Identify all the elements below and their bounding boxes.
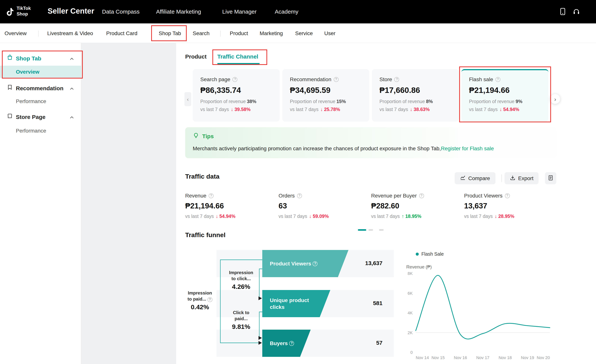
vs-label: vs last 7 days — [279, 214, 307, 219]
proportion-value: 9% — [515, 99, 522, 104]
sidebar-item-label: Shop Tab — [16, 55, 41, 61]
sidebar-item-store-page-performance[interactable]: Performance — [0, 125, 81, 137]
help-icon[interactable] — [208, 297, 212, 302]
traffic-funnel-title: Traffic funnel — [185, 232, 225, 239]
compare-chart-icon — [460, 175, 466, 182]
proportion-value: 38% — [247, 99, 256, 104]
subnav-overview[interactable]: Overview — [5, 30, 27, 36]
delta: ↓ 54.94% — [499, 107, 519, 112]
vs-label: vs last 7 days — [200, 107, 229, 112]
help-icon[interactable] — [505, 193, 510, 198]
sidebar-item-shop-tab[interactable]: Shop Tab — [0, 52, 81, 64]
svg-text:Nov 20: Nov 20 — [537, 355, 550, 360]
help-icon[interactable] — [394, 77, 399, 82]
proportion-value: 15% — [336, 99, 346, 104]
seller-center-app: TikTok Shop Seller Center Data Compass A… — [0, 0, 596, 364]
rate-value: 4.26% — [224, 283, 259, 291]
sidebar: Shop Tab Overview Recommendation Perform… — [0, 43, 81, 364]
revenue-line-chart: 8K6K4K2K0Nov 14Nov 15Nov 16Nov 17Nov 18N… — [404, 245, 559, 364]
subnav-product[interactable]: Product — [230, 30, 248, 36]
subnav-service[interactable]: Service — [295, 30, 313, 36]
carousel-next-button[interactable]: › — [550, 94, 560, 104]
channel-card-search-page[interactable]: Search page ₱86,335.74 Proportion of rev… — [193, 69, 280, 122]
metric-name: Orders — [279, 193, 295, 199]
help-icon[interactable] — [334, 77, 338, 82]
compare-button[interactable]: Compare — [455, 172, 495, 184]
subnav: Overview Livestream & Video Product Card… — [0, 23, 596, 43]
topnav-live-manager[interactable]: Live Manager — [222, 8, 257, 15]
subnav-user[interactable]: User — [324, 30, 335, 36]
tab-traffic-channel[interactable]: Traffic Channel — [217, 53, 258, 60]
pagination-dash-2[interactable] — [368, 229, 373, 231]
channel-card-flash-sale[interactable]: Flash sale ₱21,194.66 Proportion of reve… — [462, 69, 548, 122]
channel-card-title: Search page — [200, 76, 272, 82]
topnav-academy[interactable]: Academy — [275, 8, 298, 15]
delta-arrow: ↓ — [216, 214, 218, 219]
rate-label-line2: to click... — [224, 276, 259, 282]
metric-label: Product Viewers — [464, 193, 551, 199]
channel-name: Flash sale — [469, 76, 493, 82]
sidebar-item-label: Recommendation — [16, 85, 63, 91]
help-icon[interactable] — [289, 341, 294, 346]
chevron-up-icon — [70, 113, 74, 120]
svg-text:2K: 2K — [408, 330, 413, 335]
help-icon[interactable] — [419, 193, 424, 198]
svg-text:Nov 19: Nov 19 — [521, 355, 534, 360]
metric-label: Orders — [279, 193, 365, 199]
tiktok-shop-brand[interactable]: TikTok Shop — [17, 6, 31, 17]
delta-arrow: ↓ — [499, 107, 502, 112]
sidebar-item-recommendation[interactable]: Recommendation — [0, 82, 81, 94]
help-icon[interactable] — [313, 261, 318, 266]
pagination-dash-3[interactable] — [379, 229, 384, 231]
carousel-prev-button[interactable]: ‹ — [184, 92, 191, 106]
support-headset-icon[interactable] — [573, 7, 580, 17]
tips-header: Tips — [193, 131, 549, 141]
help-icon[interactable] — [209, 193, 214, 198]
mobile-device-icon[interactable] — [559, 7, 566, 17]
register-flash-sale-link[interactable]: Register for Flash sale — [441, 145, 494, 151]
help-icon[interactable] — [495, 77, 500, 82]
report-button[interactable] — [545, 172, 556, 184]
funnel-stage-value: 13,637 — [333, 260, 382, 266]
vs-last-7-days: vs last 7 days↓ 54.94% — [185, 214, 272, 219]
svg-text:0: 0 — [410, 350, 413, 355]
metric-value: ₱21,194.66 — [185, 202, 272, 210]
metric-revenue: Revenue ₱21,194.66 vs last 7 days↓ 54.94… — [185, 193, 272, 219]
sidebar-item-shop-tab-overview[interactable]: Overview — [0, 66, 81, 78]
svg-text:8K: 8K — [408, 271, 413, 276]
help-icon[interactable] — [297, 193, 302, 198]
rate-impression-to-click: Impression to click... 4.26% — [224, 269, 259, 291]
subnav-livestream-video[interactable]: Livestream & Video — [47, 30, 93, 36]
channel-revenue: ₱17,660.86 — [380, 86, 451, 95]
sidebar-item-recommendation-performance[interactable]: Performance — [0, 95, 81, 107]
topnav-data-compass[interactable]: Data Compass — [102, 8, 140, 15]
export-button[interactable]: Export — [505, 172, 539, 184]
metric-label: Revenue per Buyer — [371, 193, 458, 199]
vs-last-7-days: vs last 7 days↓ 54.94% — [469, 107, 541, 112]
vs-last-7-days: vs last 7 days↓ 38.63% — [380, 107, 451, 112]
help-icon[interactable] — [233, 77, 238, 82]
metric-revenue-per-buyer: Revenue per Buyer ₱282.60 vs last 7 days… — [371, 193, 458, 219]
channel-card-recommendation[interactable]: Recommendation ₱34,695.59 Proportion of … — [282, 69, 369, 122]
tips-title: Tips — [202, 133, 214, 139]
channel-card-title: Recommendation — [290, 76, 362, 82]
delta-value: 59.09% — [313, 214, 329, 219]
delta-arrow: ↓ — [410, 107, 412, 112]
delta: ↓ 25.78% — [320, 107, 340, 112]
channel-card-store[interactable]: Store ₱17,660.86 Proportion of revenue8%… — [372, 69, 459, 122]
pagination-dash-1[interactable] — [358, 229, 366, 231]
proportion-label: Proportion of revenue — [380, 99, 425, 104]
shop-bag-icon — [7, 54, 13, 62]
subnav-search[interactable]: Search — [193, 30, 209, 36]
subnav-product-card[interactable]: Product Card — [106, 30, 137, 36]
subnav-shop-tab[interactable]: Shop Tab — [159, 30, 181, 36]
tips-body: Merchants actively participating promoti… — [193, 145, 549, 151]
rate-label-line2: to paid... — [183, 296, 217, 302]
subnav-marketing[interactable]: Marketing — [260, 30, 283, 36]
sidebar-item-store-page[interactable]: Store Page — [0, 111, 81, 122]
metric-label: Revenue — [185, 193, 272, 199]
tiktok-logo-icon[interactable] — [5, 7, 15, 19]
tab-product[interactable]: Product — [185, 53, 207, 60]
delta-value: 39.58% — [235, 107, 251, 112]
topnav-affiliate-marketing[interactable]: Affiliate Marketing — [156, 8, 201, 15]
